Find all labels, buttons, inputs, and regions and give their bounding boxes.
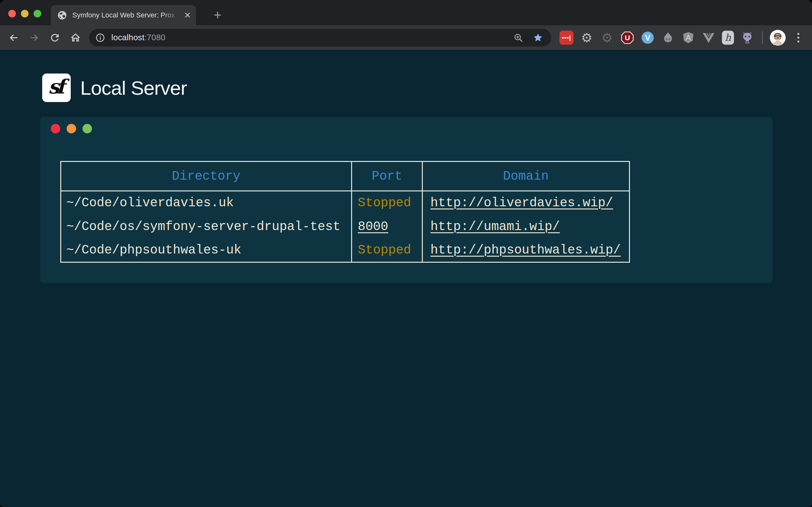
url-host: localhost: [111, 33, 144, 42]
zoom-page-icon[interactable]: [513, 33, 523, 43]
drupal-extension-icon[interactable]: [661, 31, 675, 45]
gear-extension-icon[interactable]: ⚙: [580, 31, 594, 45]
site-info-icon[interactable]: [96, 33, 105, 43]
table-header-row: Directory Port Domain: [61, 162, 629, 191]
home-button[interactable]: [67, 30, 84, 46]
panel-window-dots: [51, 124, 92, 133]
page-title: Local Server: [80, 77, 187, 99]
panel-green-dot: [83, 124, 92, 133]
panel-orange-dot: [67, 124, 76, 133]
extensions-row: •••| ⚙ ⚙ U V: [560, 31, 754, 45]
browser-menu-button[interactable]: [792, 31, 805, 45]
page-content: sf Local Server Directory Port Domain: [0, 50, 812, 507]
gear-dim-icon: ⚙: [601, 32, 613, 44]
domain-link[interactable]: http://umami.wip/: [430, 220, 560, 234]
symfony-logo: sf: [42, 73, 71, 102]
h-extension-icon[interactable]: h: [722, 31, 734, 45]
browser-toolbar: localhost:7080 •••| ⚙ ⚙ U: [0, 25, 812, 50]
github-octocat-extension-icon[interactable]: [740, 31, 754, 45]
window-close-button[interactable]: [8, 10, 16, 17]
column-header-port: Port: [352, 162, 422, 191]
address-bar[interactable]: localhost:7080: [89, 29, 551, 47]
ublock-letter: U: [625, 34, 630, 42]
port-status: Stopped: [358, 196, 411, 210]
port-status: Stopped: [358, 243, 411, 257]
table-row: ~/Code/oliverdavies.uk Stopped http://ol…: [61, 191, 629, 215]
page-header: sf Local Server: [42, 73, 187, 102]
new-tab-button[interactable]: +: [209, 7, 226, 23]
forward-button[interactable]: [26, 30, 43, 46]
directory-cell: ~/Code/oliverdavies.uk: [61, 191, 352, 215]
directory-cell: ~/Code/phpsouthwales-uk: [61, 239, 352, 262]
vue-extension-icon[interactable]: [702, 31, 716, 45]
omnibox-actions: [513, 33, 543, 43]
tab-title: Symfony Local Web Server: Prox: [72, 11, 182, 19]
table-row: ~/Code/phpsouthwales-uk Stopped http://p…: [61, 239, 629, 262]
tab-close-icon[interactable]: ✕: [184, 11, 191, 19]
bookmark-star-icon[interactable]: [533, 33, 543, 43]
window-minimize-button[interactable]: [21, 10, 29, 17]
toolbar-divider: [762, 32, 763, 44]
column-header-domain: Domain: [422, 162, 629, 191]
symfony-logo-glyph: sf: [48, 75, 62, 98]
url-port: :7080: [144, 33, 165, 42]
directory-cell: ~/Code/os/symfony-server-drupal-test: [61, 215, 352, 239]
servers-table: Directory Port Domain ~/Code/oliverdavie…: [60, 161, 630, 263]
domain-link[interactable]: http://phpsouthwales.wip/: [430, 243, 621, 257]
angular-shield-extension-icon[interactable]: A: [681, 31, 695, 45]
browser-tab[interactable]: Symfony Local Web Server: Prox ✕: [51, 5, 196, 25]
back-button[interactable]: [5, 30, 22, 46]
lastpass-extension-icon[interactable]: •••|: [560, 31, 573, 45]
gear-disabled-extension-icon[interactable]: ⚙: [600, 31, 614, 45]
profile-avatar[interactable]: [770, 30, 786, 46]
tab-strip: Symfony Local Web Server: Prox ✕ +: [0, 0, 812, 25]
vimium-extension-icon[interactable]: V: [641, 31, 655, 45]
reload-button[interactable]: [47, 30, 63, 46]
browser-window: Symfony Local Web Server: Prox ✕ + local…: [0, 0, 812, 507]
window-controls: [8, 10, 41, 17]
vimium-letter: V: [645, 33, 650, 42]
ublock-extension-icon[interactable]: U: [620, 31, 635, 45]
angular-letter: A: [686, 34, 691, 42]
globe-favicon-icon: [57, 10, 67, 20]
terminal-panel: Directory Port Domain ~/Code/oliverdavie…: [40, 117, 772, 283]
domain-link[interactable]: http://oliverdavies.wip/: [430, 196, 613, 210]
window-zoom-button[interactable]: [34, 10, 41, 17]
table-row: ~/Code/os/symfony-server-drupal-test 800…: [61, 215, 629, 239]
panel-red-dot: [51, 124, 60, 133]
gear-icon: ⚙: [581, 32, 593, 44]
column-header-directory: Directory: [61, 162, 352, 191]
port-link[interactable]: 8000: [358, 220, 388, 234]
url-text: localhost:7080: [111, 33, 165, 43]
